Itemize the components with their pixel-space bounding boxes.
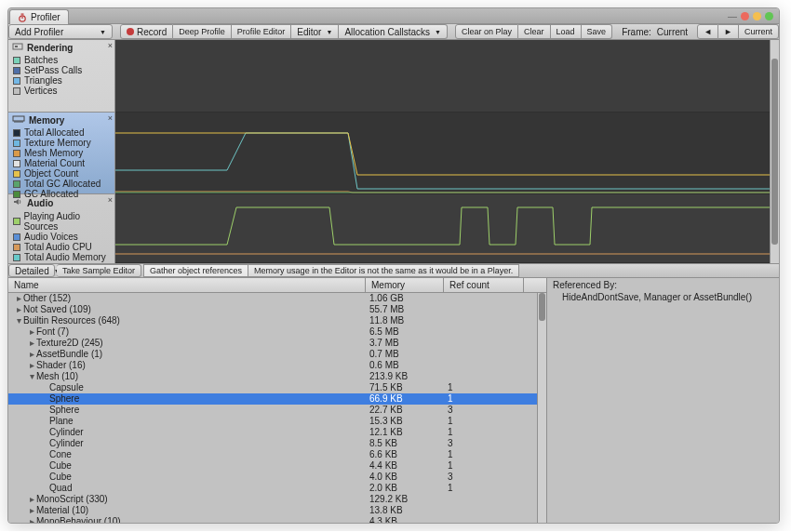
table-row[interactable]: Cone6.6 KB1 (8, 449, 546, 460)
take-sample-button[interactable]: Take Sample Editor (57, 264, 141, 277)
clear-on-play-button[interactable]: Clear on Play (455, 24, 518, 39)
table-row[interactable]: ▸Shader (16)0.6 MB (8, 360, 546, 371)
disclosure-icon[interactable]: ▾ (27, 371, 36, 382)
allocation-callstacks-dropdown[interactable]: Allocation Callstacks▼ (339, 24, 448, 39)
close-icon[interactable]: × (108, 195, 113, 205)
table-row[interactable]: ▾Mesh (10)213.9 KB (8, 371, 546, 382)
chart-area[interactable] (115, 40, 779, 263)
table-row[interactable]: Cube4.4 KB1 (8, 460, 546, 472)
frame-back-button[interactable]: ◄ (697, 24, 718, 39)
row-ref (444, 371, 524, 382)
table-row[interactable]: Capsule71.5 KB1 (8, 382, 546, 393)
gather-object-refs-tab[interactable]: Gather object references (143, 264, 248, 277)
tab-profiler[interactable]: Profiler (9, 9, 69, 24)
col-name[interactable]: Name (8, 278, 366, 292)
chart-scrollbar[interactable] (770, 40, 779, 263)
close-icon[interactable]: × (108, 113, 113, 123)
frame-current-button[interactable]: Current (739, 24, 779, 39)
add-profiler-dropdown[interactable]: Add Profiler▼ (8, 24, 113, 39)
table-row[interactable]: ▸MonoScript (330)129.2 KB (8, 494, 546, 505)
table-row[interactable]: ▸Texture2D (245)3.7 MB (8, 338, 546, 349)
row-memory: 213.9 KB (366, 371, 444, 382)
row-ref: 1 (444, 427, 524, 438)
color-swatch-icon (13, 170, 20, 178)
color-swatch-icon (13, 67, 20, 74)
row-memory: 15.3 KB (366, 416, 444, 427)
svg-rect-2 (21, 13, 24, 14)
audio-icon (12, 196, 23, 209)
traffic-red-icon[interactable] (741, 12, 749, 20)
table-row[interactable]: Sphere22.7 KB3 (8, 405, 546, 416)
table-row[interactable]: ▸AssetBundle (1)0.7 MB (8, 349, 546, 360)
editor-dropdown[interactable]: Editor▼ (291, 24, 339, 39)
rendering-panel[interactable]: × Rendering BatchesSetPass CallsTriangle… (8, 40, 114, 113)
col-ref[interactable]: Ref count (444, 278, 524, 292)
table-row[interactable]: Cube4.0 KB3 (8, 472, 546, 483)
disclosure-icon[interactable]: ▸ (27, 494, 36, 505)
table-row[interactable]: ▸Font (7)6.5 MB (8, 326, 546, 338)
disclosure-icon[interactable]: ▸ (27, 326, 36, 338)
row-memory: 4.3 KB (366, 516, 444, 523)
col-memory[interactable]: Memory (366, 278, 444, 292)
table-row[interactable]: Plane15.3 KB1 (8, 416, 546, 427)
close-icon[interactable]: × (108, 41, 113, 50)
row-memory: 11.8 MB (366, 315, 444, 326)
stat-label: Vertices (24, 86, 58, 96)
table-row[interactable]: ▸Other (152)1.06 GB (8, 293, 546, 304)
row-memory: 1.06 GB (366, 293, 444, 304)
row-ref (444, 505, 524, 516)
frame-forward-button[interactable]: ► (718, 24, 739, 39)
table-row[interactable]: Cylinder8.5 KB3 (8, 438, 546, 449)
traffic-yellow-icon[interactable] (753, 12, 761, 20)
table-row[interactable]: Sphere66.9 KB1 (8, 393, 546, 405)
row-memory: 0.6 MB (366, 360, 444, 371)
record-button[interactable]: Record (120, 24, 173, 39)
svg-rect-5 (13, 116, 24, 121)
disclosure-icon[interactable]: ▾ (14, 315, 23, 326)
tree-scrollbar[interactable] (537, 293, 546, 523)
disclosure-icon[interactable]: ▸ (27, 349, 36, 360)
table-row[interactable]: Cylinder12.1 KB1 (8, 427, 546, 438)
ref-title: Referenced By: (553, 280, 773, 290)
table-row[interactable]: ▾Builtin Resources (648)11.8 MB (8, 315, 546, 326)
disclosure-icon[interactable]: ▸ (27, 360, 36, 371)
color-swatch-icon (13, 233, 20, 241)
memory-note: Memory usage in the Editor is not the sa… (248, 264, 519, 277)
row-name: Mesh (10) (36, 371, 78, 381)
table-row[interactable]: Quad2.0 KB1 (8, 483, 546, 494)
tree-rows[interactable]: ▸Other (152)1.06 GB▸Not Saved (109)55.7 … (8, 293, 546, 523)
row-ref: 3 (444, 438, 524, 449)
deep-profile-button[interactable]: Deep Profile (173, 24, 232, 39)
rendering-icon (12, 42, 23, 53)
stat-row: Total Allocated (12, 127, 111, 138)
stat-label: Total Audio CPU (24, 242, 92, 252)
table-row[interactable]: ▸MonoBehaviour (10)4.3 KB (8, 516, 546, 523)
disclosure-icon[interactable]: ▸ (27, 516, 36, 523)
table-row[interactable]: ▸Not Saved (109)55.7 MB (8, 304, 546, 315)
memory-icon (12, 114, 25, 126)
row-memory: 13.8 KB (366, 505, 444, 516)
profile-editor-button[interactable]: Profile Editor (232, 24, 292, 39)
load-button[interactable]: Load (551, 24, 582, 39)
clear-button[interactable]: Clear (518, 24, 551, 39)
disclosure-icon[interactable]: ▸ (14, 304, 23, 315)
svg-rect-4 (15, 46, 18, 47)
frame-value: Current (655, 24, 695, 39)
color-swatch-icon (13, 57, 20, 64)
audio-panel[interactable]: × Audio Playing Audio SourcesAudio Voice… (8, 194, 114, 263)
traffic-green-icon[interactable] (765, 12, 773, 20)
stat-label: Audio Voices (24, 232, 78, 242)
memory-panel[interactable]: × Memory Total AllocatedTexture MemoryMe… (8, 113, 114, 194)
stat-label: Texture Memory (24, 138, 91, 148)
disclosure-icon[interactable]: ▸ (27, 505, 36, 516)
row-name: Quad (49, 483, 72, 493)
table-row[interactable]: ▸Material (10)13.8 KB (8, 505, 546, 516)
color-swatch-icon (13, 77, 20, 85)
stat-row: Playing Audio Sources (12, 211, 111, 232)
disclosure-icon[interactable]: ▸ (27, 338, 36, 349)
detail-mode-dropdown[interactable]: Detailed▼ (8, 264, 55, 277)
disclosure-icon[interactable]: ▸ (14, 293, 23, 304)
row-ref: 1 (444, 460, 524, 472)
save-button[interactable]: Save (582, 24, 613, 39)
row-ref (444, 360, 524, 371)
